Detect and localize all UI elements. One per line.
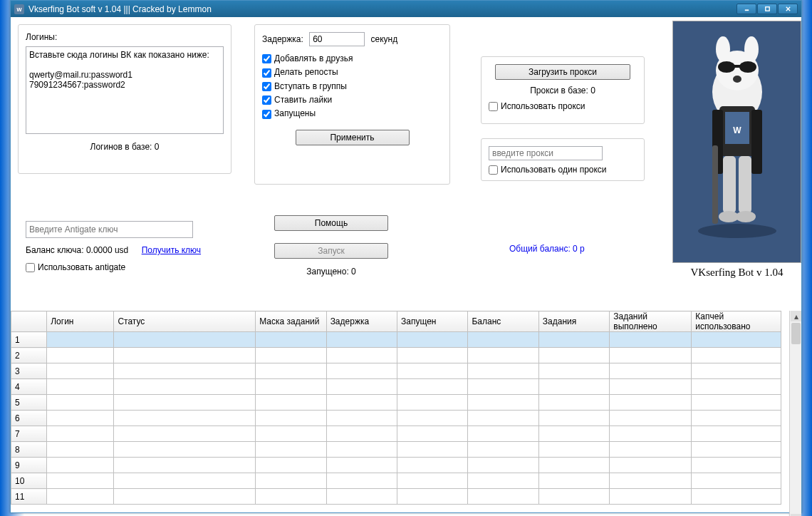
table-cell[interactable] [114, 395, 256, 411]
table-row[interactable]: 5 [11, 395, 781, 411]
table-row[interactable]: 8 [11, 442, 781, 458]
table-header[interactable]: Маска заданий [256, 311, 326, 332]
table-cell[interactable] [610, 489, 692, 505]
table-cell[interactable] [692, 442, 781, 458]
table-cell[interactable] [692, 473, 781, 489]
table-cell[interactable] [538, 363, 609, 379]
table-cell[interactable] [47, 473, 114, 489]
table-cell[interactable] [610, 363, 692, 379]
table-cell[interactable] [610, 426, 692, 442]
table-cell[interactable] [256, 411, 326, 426]
table-row[interactable]: 7 [11, 426, 781, 442]
cb-running[interactable]: Запущены [262, 108, 316, 118]
antigate-input[interactable] [26, 221, 193, 238]
cb-use-proxy[interactable]: Использовать прокси [489, 101, 585, 111]
table-cell[interactable] [397, 473, 468, 489]
table-row[interactable]: 10 [11, 473, 781, 489]
cb-repost[interactable]: Делать репосты [262, 67, 338, 77]
cb-groups[interactable]: Вступать в группы [262, 81, 347, 91]
table-cell[interactable] [397, 458, 468, 473]
table-cell[interactable] [326, 426, 397, 442]
table-cell[interactable] [114, 458, 256, 473]
table-cell[interactable] [47, 348, 114, 363]
table-cell[interactable] [326, 363, 397, 379]
table-cell[interactable] [692, 363, 781, 379]
table-cell[interactable] [47, 411, 114, 426]
help-button[interactable]: Помощь [274, 215, 388, 231]
table-cell[interactable] [397, 411, 468, 426]
table-cell[interactable] [256, 395, 326, 411]
table-cell[interactable] [114, 426, 256, 442]
table-header[interactable]: Задания [538, 311, 609, 332]
table-cell[interactable] [692, 332, 781, 348]
table-cell[interactable] [468, 442, 538, 458]
table-cell[interactable] [538, 442, 609, 458]
apply-button[interactable]: Применить [296, 130, 410, 145]
table-cell[interactable] [397, 379, 468, 395]
table-cell[interactable] [114, 332, 256, 348]
table-cell[interactable] [610, 332, 692, 348]
table-cell[interactable] [326, 411, 397, 426]
table-cell[interactable] [256, 426, 326, 442]
table-cell[interactable] [468, 332, 538, 348]
table-cell[interactable] [114, 363, 256, 379]
table-cell[interactable] [114, 348, 256, 363]
table-cell[interactable] [692, 411, 781, 426]
table-scrollbar[interactable]: ▴ ▾ [789, 311, 801, 516]
table-cell[interactable] [326, 489, 397, 505]
table-cell[interactable] [397, 426, 468, 442]
table-row[interactable]: 4 [11, 379, 781, 395]
table-header[interactable]: Баланс [468, 311, 538, 332]
table-cell[interactable] [468, 426, 538, 442]
table-cell[interactable] [256, 348, 326, 363]
table-cell[interactable] [397, 442, 468, 458]
titlebar[interactable]: w Vkserfing Bot soft v 1.04 ||| Cracked … [11, 1, 801, 17]
table-cell[interactable] [610, 458, 692, 473]
table-cell[interactable] [692, 489, 781, 505]
cb-use-antigate[interactable]: Использовать antigate [26, 262, 125, 272]
table-cell[interactable] [47, 379, 114, 395]
table-row[interactable]: 3 [11, 363, 781, 379]
table-cell[interactable] [256, 473, 326, 489]
table-cell[interactable] [610, 348, 692, 363]
table-cell[interactable] [326, 379, 397, 395]
table-cell[interactable] [256, 379, 326, 395]
table-cell[interactable] [397, 489, 468, 505]
scroll-up-icon[interactable]: ▴ [791, 311, 801, 321]
table-cell[interactable] [256, 489, 326, 505]
scroll-thumb[interactable] [791, 323, 801, 344]
table-cell[interactable] [256, 363, 326, 379]
table-row[interactable]: 6 [11, 411, 781, 426]
table-cell[interactable] [692, 348, 781, 363]
data-table[interactable]: ЛогинСтатусМаска заданийЗадержкаЗапущенБ… [11, 311, 781, 505]
table-cell[interactable] [692, 395, 781, 411]
table-row[interactable]: 11 [11, 489, 781, 505]
table-cell[interactable] [610, 379, 692, 395]
table-cell[interactable] [256, 458, 326, 473]
table-cell[interactable] [397, 363, 468, 379]
table-cell[interactable] [256, 332, 326, 348]
table-cell[interactable] [326, 395, 397, 411]
table-cell[interactable] [538, 489, 609, 505]
table-cell[interactable] [538, 348, 609, 363]
table-cell[interactable] [538, 458, 609, 473]
table-cell[interactable] [538, 379, 609, 395]
table-cell[interactable] [114, 411, 256, 426]
table-cell[interactable] [326, 473, 397, 489]
table-cell[interactable] [47, 442, 114, 458]
table-header[interactable]: Статус [114, 311, 256, 332]
table-cell[interactable] [47, 426, 114, 442]
table-cell[interactable] [538, 411, 609, 426]
cb-use-single-proxy[interactable]: Использовать один прокси [489, 165, 607, 175]
table-cell[interactable] [468, 473, 538, 489]
table-header[interactable]: Капчей использовано [692, 311, 781, 332]
table-cell[interactable] [538, 395, 609, 411]
close-button[interactable] [778, 4, 798, 14]
table-cell[interactable] [326, 332, 397, 348]
run-button[interactable]: Запуск [274, 243, 388, 259]
table-header[interactable]: Задержка [326, 311, 397, 332]
table-cell[interactable] [692, 426, 781, 442]
table-cell[interactable] [610, 473, 692, 489]
table-cell[interactable] [692, 458, 781, 473]
cb-likes[interactable]: Ставить лайки [262, 95, 332, 105]
